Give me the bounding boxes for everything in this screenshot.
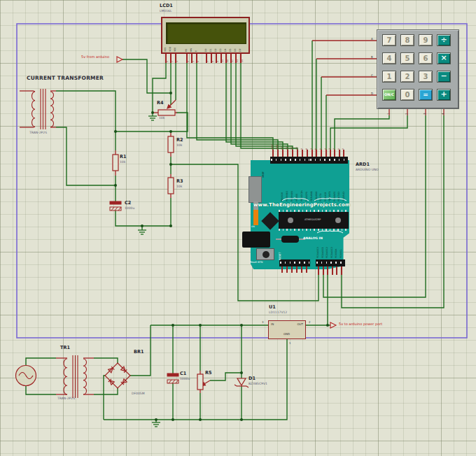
schematic-canvas[interactable]: LCD1 LM016L 5v from arduino 5v to arduin… bbox=[0, 0, 476, 456]
board-braces bbox=[0, 0, 476, 456]
